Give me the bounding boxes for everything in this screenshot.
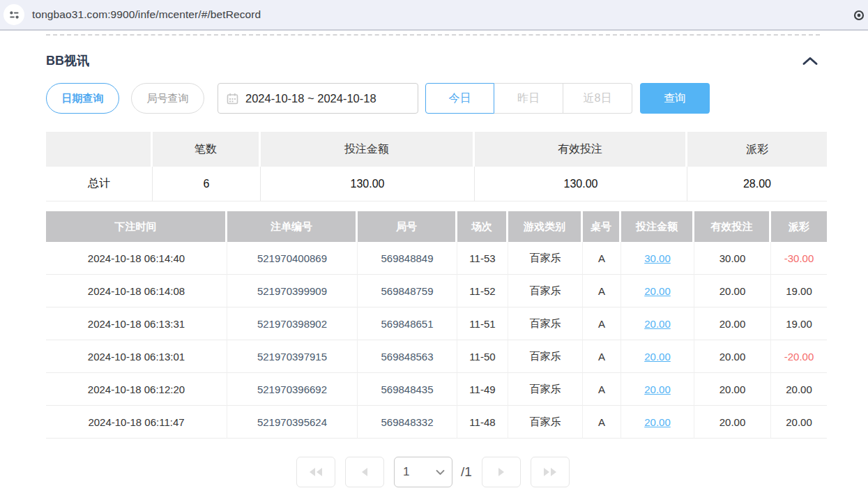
cell-round-id: 569848759 bbox=[358, 275, 457, 307]
summary-total-valid-bet: 130.00 bbox=[475, 167, 687, 201]
summary-table: 笔数 投注金额 有效投注 派彩 总计 6 130.00 130.00 28.00 bbox=[46, 132, 827, 201]
cell-bet-amount: 20.00 bbox=[621, 340, 694, 373]
prev-page-button[interactable] bbox=[345, 457, 384, 487]
cell-payout: -20.00 bbox=[771, 340, 827, 373]
cell-table-no: A bbox=[583, 406, 621, 439]
table-row: 2024-10-18 06:11:47521970395624569848332… bbox=[46, 406, 827, 439]
tune-icon bbox=[8, 9, 20, 21]
browser-address-bar[interactable]: tongbao31.com:9900/infe/mcenter/#/betRec… bbox=[0, 0, 868, 31]
next-page-button[interactable] bbox=[482, 457, 521, 487]
calendar-icon bbox=[227, 93, 238, 105]
bet-table-body: 2024-10-18 06:14:40521970400869569848849… bbox=[46, 242, 827, 439]
cell-valid-bet: 20.00 bbox=[694, 340, 771, 373]
cell-valid-bet: 20.00 bbox=[694, 307, 771, 340]
col-header-bet-id: 注单编号 bbox=[227, 211, 358, 242]
col-header-round-id: 局号 bbox=[358, 211, 457, 242]
col-header-game-type: 游戏类别 bbox=[508, 211, 583, 242]
cell-table-no: A bbox=[583, 307, 621, 340]
col-header-session: 场次 bbox=[457, 211, 508, 242]
col-header-bet-amount: 投注金额 bbox=[621, 211, 694, 242]
cell-bet-time: 2024-10-18 06:14:08 bbox=[46, 275, 227, 307]
cell-valid-bet: 20.00 bbox=[694, 275, 771, 307]
cell-valid-bet: 20.00 bbox=[694, 373, 771, 406]
bet-amount-link[interactable]: 20.00 bbox=[644, 351, 671, 363]
cell-bet-time: 2024-10-18 06:13:31 bbox=[46, 307, 227, 340]
table-row: 2024-10-18 06:12:20521970396692569848435… bbox=[46, 373, 827, 406]
cell-game-type: 百家乐 bbox=[508, 373, 583, 406]
cell-round-id: 569848651 bbox=[358, 307, 457, 340]
cell-bet-id: 521970397915 bbox=[227, 340, 358, 373]
double-chevron-left-icon bbox=[308, 466, 323, 478]
bet-amount-link[interactable]: 20.00 bbox=[644, 416, 671, 428]
cell-game-type: 百家乐 bbox=[508, 340, 583, 373]
cell-table-no: A bbox=[583, 373, 621, 406]
chevron-right-icon bbox=[497, 466, 505, 478]
cell-bet-amount: 30.00 bbox=[621, 242, 694, 275]
bet-amount-link[interactable]: 20.00 bbox=[644, 285, 671, 297]
cell-session: 11-52 bbox=[457, 275, 508, 307]
summary-total-count: 6 bbox=[153, 167, 261, 201]
cell-payout: 20.00 bbox=[771, 406, 827, 439]
cell-session: 11-53 bbox=[457, 242, 508, 275]
quick-range-today[interactable]: 今日 bbox=[425, 83, 494, 114]
cell-session: 11-48 bbox=[457, 406, 508, 439]
table-row: 2024-10-18 06:13:01521970397915569848563… bbox=[46, 340, 827, 373]
cell-round-id: 569848435 bbox=[358, 373, 457, 406]
cell-round-id: 569848849 bbox=[358, 242, 457, 275]
col-header-valid-bet: 有效投注 bbox=[694, 211, 771, 242]
quick-range-last8days[interactable]: 近8日 bbox=[563, 83, 632, 114]
page-select-value: 1 bbox=[403, 465, 409, 479]
bet-amount-link[interactable]: 30.00 bbox=[644, 252, 671, 264]
cell-payout: 19.00 bbox=[771, 275, 827, 307]
cell-session: 11-51 bbox=[457, 307, 508, 340]
cell-table-no: A bbox=[583, 340, 621, 373]
cell-valid-bet: 20.00 bbox=[694, 406, 771, 439]
last-page-button[interactable] bbox=[531, 457, 570, 487]
target-icon[interactable] bbox=[853, 10, 865, 24]
date-range-value: 2024-10-18 ~ 2024-10-18 bbox=[245, 92, 376, 105]
cell-bet-time: 2024-10-18 06:14:40 bbox=[46, 242, 227, 275]
bet-amount-link[interactable]: 20.00 bbox=[644, 383, 671, 395]
search-button[interactable]: 查询 bbox=[640, 83, 710, 114]
summary-total-payout: 28.00 bbox=[687, 167, 827, 201]
cell-session: 11-49 bbox=[457, 373, 508, 406]
summary-total-bet-amount: 130.00 bbox=[261, 167, 475, 201]
quick-range-group: 今日 昨日 近8日 bbox=[425, 83, 632, 114]
chevron-down-icon bbox=[436, 469, 445, 476]
cell-bet-id: 521970399909 bbox=[227, 275, 358, 307]
cell-table-no: A bbox=[583, 242, 621, 275]
summary-header-payout: 派彩 bbox=[687, 132, 827, 167]
bet-amount-link[interactable]: 20.00 bbox=[644, 318, 671, 330]
date-range-picker[interactable]: 2024-10-18 ~ 2024-10-18 bbox=[218, 83, 418, 114]
table-row: 2024-10-18 06:14:40521970400869569848849… bbox=[46, 242, 827, 275]
page-select[interactable]: 1 bbox=[394, 457, 452, 487]
col-header-payout: 派彩 bbox=[771, 211, 827, 242]
double-chevron-right-icon bbox=[542, 466, 558, 478]
summary-header-count: 笔数 bbox=[153, 132, 261, 167]
page-title: BB视讯 bbox=[46, 52, 89, 69]
summary-header-bet-amount: 投注金额 bbox=[261, 132, 475, 167]
cell-bet-time: 2024-10-18 06:13:01 bbox=[46, 340, 227, 373]
tab-round-query[interactable]: 局号查询 bbox=[131, 83, 204, 114]
url-text[interactable]: tongbao31.com:9900/infe/mcenter/#/betRec… bbox=[32, 8, 261, 21]
pagination: 1 /1 bbox=[46, 457, 820, 487]
cell-bet-id: 521970395624 bbox=[227, 406, 358, 439]
cell-bet-time: 2024-10-18 06:11:47 bbox=[46, 406, 227, 439]
cell-bet-id: 521970396692 bbox=[227, 373, 358, 406]
bet-record-table: 下注时间 注单编号 局号 场次 游戏类别 桌号 投注金额 有效投注 派彩 202… bbox=[46, 211, 827, 439]
cell-game-type: 百家乐 bbox=[508, 242, 583, 275]
cell-game-type: 百家乐 bbox=[508, 307, 583, 340]
cell-game-type: 百家乐 bbox=[508, 275, 583, 307]
table-row: 2024-10-18 06:13:31521970398902569848651… bbox=[46, 307, 827, 340]
cell-round-id: 569848563 bbox=[358, 340, 457, 373]
quick-range-yesterday[interactable]: 昨日 bbox=[494, 83, 563, 114]
cell-valid-bet: 30.00 bbox=[694, 242, 771, 275]
first-page-button[interactable] bbox=[296, 457, 335, 487]
cell-bet-time: 2024-10-18 06:12:20 bbox=[46, 373, 227, 406]
dashed-divider bbox=[46, 34, 820, 36]
collapse-panel-button[interactable] bbox=[802, 56, 818, 66]
site-settings-button[interactable] bbox=[3, 4, 24, 25]
tab-date-query[interactable]: 日期查询 bbox=[46, 83, 119, 114]
cell-bet-id: 521970400869 bbox=[227, 242, 358, 275]
cell-bet-amount: 20.00 bbox=[621, 275, 694, 307]
